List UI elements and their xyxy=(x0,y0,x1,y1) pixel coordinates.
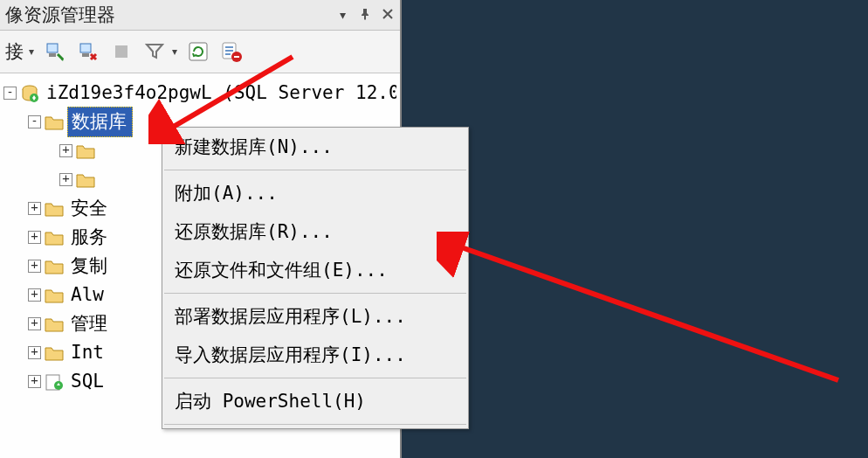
tree-item-label: 管理 xyxy=(67,309,111,339)
svg-rect-2 xyxy=(80,44,91,52)
svg-rect-4 xyxy=(115,45,127,58)
svg-rect-3 xyxy=(82,53,89,57)
folder-icon xyxy=(45,113,64,132)
tree-item-label: Alw xyxy=(67,281,107,310)
collapse-icon[interactable]: - xyxy=(28,115,41,128)
panel-titlebar: 像资源管理器 ▾ xyxy=(0,0,400,31)
disconnect-server-icon[interactable] xyxy=(76,39,100,64)
filter-icon[interactable] xyxy=(142,39,167,64)
expand-icon[interactable]: + xyxy=(28,288,41,302)
stop-icon[interactable] xyxy=(109,39,134,64)
svg-rect-5 xyxy=(189,43,207,60)
toolbar: 接 ▾ ▾ xyxy=(0,31,400,73)
folder-icon xyxy=(76,142,95,161)
expand-icon[interactable]: + xyxy=(28,260,41,273)
expand-icon[interactable]: + xyxy=(59,144,72,157)
panel-title: 像资源管理器 xyxy=(5,3,335,27)
menu-separator xyxy=(164,170,466,170)
tree-item-label: 复制 xyxy=(67,252,111,281)
annotation-arrow-2 xyxy=(437,232,856,406)
svg-line-13 xyxy=(454,245,838,380)
expand-icon[interactable]: + xyxy=(28,317,41,330)
folder-icon xyxy=(45,228,64,247)
menu-start-powershell[interactable]: 启动 PowerShell(H) xyxy=(162,382,468,420)
menu-separator xyxy=(164,424,466,425)
folder-icon xyxy=(45,199,64,219)
menu-restore-files[interactable]: 还原文件和文件组(E)... xyxy=(162,251,468,289)
menu-attach[interactable]: 附加(A)... xyxy=(162,174,468,212)
tree-item-label: 安全 xyxy=(67,194,111,224)
sql-agent-icon xyxy=(45,372,64,392)
folder-icon xyxy=(45,315,64,334)
svg-rect-0 xyxy=(47,44,58,52)
tree-item-label: Int xyxy=(67,338,107,368)
menu-import-data-tier[interactable]: 导入数据层应用程序(I)... xyxy=(162,336,468,374)
connect-server-icon[interactable] xyxy=(43,39,67,64)
server-icon xyxy=(20,84,39,103)
tree-server-node[interactable]: - iZd19e3f4o2pgwL (SQL Server 12.0.20 xyxy=(3,79,396,108)
dropdown-icon[interactable]: ▾ xyxy=(335,8,349,22)
server-label: iZd19e3f4o2pgwL (SQL Server 12.0.20 xyxy=(43,79,396,108)
expand-icon[interactable]: + xyxy=(28,375,41,388)
folder-icon xyxy=(45,286,64,305)
svg-rect-1 xyxy=(49,53,56,57)
connect-dropdown[interactable]: 接 xyxy=(5,39,24,64)
databases-label: 数据库 xyxy=(67,107,133,138)
menu-deploy-data-tier[interactable]: 部署数据层应用程序(L)... xyxy=(162,297,468,336)
folder-icon xyxy=(45,344,64,363)
expand-icon[interactable]: + xyxy=(59,173,72,186)
close-icon[interactable] xyxy=(381,8,395,22)
chevron-down-icon[interactable]: ▾ xyxy=(29,45,34,58)
expand-icon[interactable]: + xyxy=(28,346,41,359)
expand-icon[interactable]: + xyxy=(28,231,41,244)
tree-item-label: SQL xyxy=(67,367,107,397)
context-menu: 新建数据库(N)... 附加(A)... 还原数据库(R)... 还原文件和文件… xyxy=(162,127,469,429)
pin-icon[interactable] xyxy=(358,8,372,22)
menu-separator xyxy=(164,293,466,294)
menu-new-database[interactable]: 新建数据库(N)... xyxy=(162,128,468,166)
chevron-down-icon[interactable]: ▾ xyxy=(172,45,177,58)
tree-item-label: 服务 xyxy=(67,223,111,253)
menu-restore-database[interactable]: 还原数据库(R)... xyxy=(162,212,468,251)
refresh-icon[interactable] xyxy=(186,39,210,64)
menu-separator xyxy=(164,378,466,378)
collapse-icon[interactable]: - xyxy=(3,87,17,100)
folder-icon xyxy=(45,257,64,276)
folder-icon xyxy=(76,170,95,190)
expand-icon[interactable]: + xyxy=(28,202,41,215)
script-error-icon[interactable] xyxy=(219,39,244,64)
